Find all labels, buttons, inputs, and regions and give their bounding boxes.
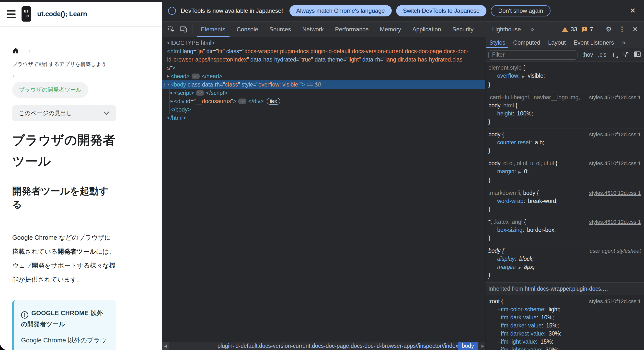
expand-value-arrow-icon[interactable]: ▶ [518, 170, 521, 174]
styles-tab-layout[interactable]: Layout [544, 37, 570, 48]
site-title[interactable]: ut.code(); Learn [37, 10, 87, 18]
more-tabs-icon[interactable]: » [526, 26, 538, 33]
devtools-tab-application[interactable]: Application [407, 22, 446, 37]
dom-node[interactable]: id-browser-apps/inspector/index" data-ha… [162, 55, 485, 64]
styles-tab-computed[interactable]: Computed [509, 37, 544, 48]
code-token: </html> [167, 114, 186, 122]
notification-button[interactable]: Always match Chrome's language [290, 5, 392, 17]
css-rule[interactable]: user agent stylesheetbody {display:block… [486, 245, 644, 283]
stylesheet-source-link[interactable]: styles.4510f12d.css:1 [589, 159, 641, 167]
expand-arrow-icon[interactable]: ▼ [166, 80, 170, 89]
issues-icon[interactable] [582, 27, 588, 32]
css-property[interactable]: --ifm-lighter-value:30%; [488, 346, 641, 350]
expand-ellipsis-button[interactable]: ⋯ [192, 74, 200, 79]
toggle-element-classes-button[interactable]: .cls [598, 52, 606, 58]
stylesheet-source-link[interactable]: styles.4510f12d.css:1 [589, 130, 641, 138]
inherited-node-link[interactable]: html.docs-wrapper.plugin-docs.… [524, 286, 608, 292]
site-logo[interactable]: UT .C ↵ [22, 6, 31, 22]
devtools-tab-lighthouse[interactable]: Lighthouse [486, 22, 526, 37]
expand-ellipsis-button[interactable]: ⋯ [238, 99, 246, 104]
css-property[interactable]: --ifm-darker-value:15%; [488, 321, 641, 330]
notification-button[interactable]: Switch DevTools to Japanese [396, 5, 487, 17]
css-rule[interactable]: styles.4510f12d.css:1:root {--ifm-color-… [486, 295, 644, 350]
dom-node[interactable]: ▶<head>⋯</head> [162, 72, 485, 80]
stylesheet-source-link[interactable]: styles.4510f12d.css:1 [589, 189, 641, 197]
css-property[interactable]: display:block; [488, 255, 641, 263]
breadcrumb-forward-icon[interactable]: ▶ [481, 342, 484, 350]
notification-close-icon[interactable]: ✕ [628, 7, 638, 15]
devtools-tab-elements[interactable]: Elements [195, 22, 231, 37]
body-paragraph: Google Chrome などのブラウザに搭載されている開発者ツールには、ウェ… [12, 231, 116, 286]
styles-tab-styles[interactable]: Styles [486, 37, 509, 48]
css-property[interactable]: height:100%; [488, 110, 641, 118]
styles-filter-input[interactable] [488, 50, 578, 60]
css-property[interactable]: box-sizing:border-box; [488, 226, 641, 234]
toc-collapsible[interactable]: このページの見出し [12, 105, 116, 121]
dont-show-again-button[interactable]: Don't show again [491, 5, 550, 17]
css-property[interactable]: margin:▶8px; [488, 263, 641, 272]
expand-value-arrow-icon[interactable]: ▶ [518, 266, 521, 270]
dom-node[interactable]: s"> [162, 64, 485, 72]
dom-node[interactable]: ▶<div id="__docusaurus">⋯</div>flex [162, 97, 485, 105]
css-property[interactable]: --ifm-darkest-value:30%; [488, 330, 641, 338]
more-sidebar-tabs-icon[interactable]: » [618, 39, 630, 46]
css-property[interactable]: --ifm-light-value:15%; [488, 338, 641, 346]
breadcrumb-section-link[interactable]: ブラウザで動作するアプリを構築しよう [12, 61, 116, 68]
css-rule[interactable]: styles.4510f12d.css:1.markdown li, body … [486, 187, 644, 216]
devtools-close-icon[interactable]: ✕ [630, 25, 641, 33]
dom-node[interactable]: <!DOCTYPE html> [162, 39, 485, 47]
css-rule[interactable]: styles.4510f12d.css:1*, .katex .angl {bo… [486, 216, 644, 245]
devtools-tab-console[interactable]: Console [231, 22, 264, 37]
css-property[interactable]: overflow:▶visible; [488, 72, 641, 81]
breadcrumb-current-badge[interactable]: ブラウザの開発者ツール [12, 82, 88, 98]
css-rule[interactable]: element.style {overflow:▶visible;} [486, 62, 644, 91]
settings-gear-icon[interactable]: ⚙ [603, 25, 615, 33]
expand-ellipsis-button[interactable]: ⋯ [196, 90, 204, 96]
css-rule[interactable]: styles.4510f12d.css:1body, ol ol, ol ul,… [486, 157, 644, 187]
toggle-pseudo-state-button[interactable]: :hov [582, 52, 593, 58]
expand-arrow-icon[interactable]: ▶ [166, 72, 170, 80]
code-token: <html [167, 47, 181, 55]
dom-node-selected[interactable]: ▼<body class data-rh="class" style="over… [162, 80, 485, 89]
hamburger-menu-icon[interactable] [7, 10, 16, 18]
admonition-title-text: GOOGLE CHROME 以外の開発者ツール [21, 309, 103, 327]
css-rule[interactable]: styles.4510f12d.css:1body {counter-reset… [486, 128, 644, 157]
expand-value-arrow-icon[interactable]: ▶ [522, 75, 525, 78]
devtools-tab-performance[interactable]: Performance [329, 22, 374, 37]
devtools-tab-security[interactable]: Security [447, 22, 479, 37]
stylesheet-source-link[interactable]: styles.4510f12d.css:1 [589, 297, 641, 305]
flex-badge[interactable]: flex [267, 98, 280, 105]
css-property[interactable]: --ifm-dark-value:10%; [488, 313, 641, 321]
warning-count[interactable]: 33 [570, 26, 577, 33]
css-property[interactable]: word-wrap:break-word; [488, 197, 641, 205]
css-rule[interactable]: styles.4510f12d.css:1.card--full-height,… [486, 91, 644, 128]
devtools-tab-network[interactable]: Network [296, 22, 329, 37]
dock-sidebar-icon[interactable] [634, 51, 641, 59]
device-toolbar-icon[interactable] [178, 26, 190, 33]
expand-arrow-icon[interactable]: ▶ [170, 97, 174, 105]
logo-text-top: UT [24, 9, 29, 14]
dom-node[interactable]: <html lang="ja" dir="ltr" class="docs-wr… [162, 47, 485, 55]
dom-node[interactable]: ▶<script>⋯</script> [162, 89, 485, 97]
issue-count[interactable]: 7 [590, 26, 593, 33]
expand-arrow-icon[interactable]: ▶ [170, 89, 174, 97]
stylesheet-source-link[interactable]: styles.4510f12d.css:1 [589, 218, 641, 226]
dom-node[interactable]: </html> [162, 114, 485, 122]
dom-node[interactable]: </body> [162, 105, 485, 114]
dom-breadcrumb-path[interactable]: plugin-id-default.docs-version-current.d… [218, 342, 458, 350]
new-style-rule-button[interactable]: + [611, 53, 617, 57]
breadcrumb-back-icon[interactable]: ◀ [162, 342, 169, 350]
css-property[interactable]: counter-reset:a b; [488, 138, 641, 146]
devtools-tab-sources[interactable]: Sources [264, 22, 296, 37]
styles-tab-event-listeners[interactable]: Event Listeners [570, 37, 618, 48]
paint-roller-icon[interactable] [622, 51, 629, 59]
css-property[interactable]: --ifm-color-scheme:light; [488, 305, 641, 313]
inspect-element-icon[interactable] [165, 26, 178, 33]
devtools-tab-memory[interactable]: Memory [374, 22, 407, 37]
kebab-menu-icon[interactable]: ⋮ [616, 25, 628, 33]
dom-breadcrumb-selected[interactable]: body [458, 342, 478, 350]
stylesheet-source-link[interactable]: styles.4510f12d.css:1 [589, 93, 641, 101]
home-icon[interactable] [12, 47, 19, 54]
warning-icon[interactable] [562, 27, 568, 32]
css-property[interactable]: margin:▶0; [488, 167, 641, 176]
